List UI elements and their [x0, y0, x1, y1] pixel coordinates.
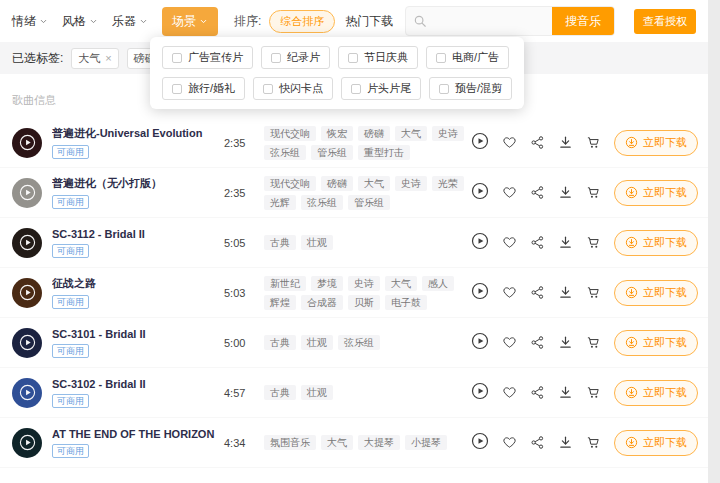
song-title[interactable]: AT THE END OF THE HORIZON	[52, 428, 224, 440]
scene-option[interactable]: 旅行/婚礼	[162, 77, 245, 100]
download-now-button[interactable]: 立即下载	[614, 180, 698, 206]
tag[interactable]: 大气	[321, 435, 353, 450]
share-icon[interactable]	[530, 135, 545, 150]
song-title[interactable]: 普遍进化（无小打版）	[52, 176, 224, 191]
download-icon[interactable]	[558, 185, 573, 200]
tag[interactable]: 管乐组	[311, 145, 353, 160]
cart-icon[interactable]	[586, 135, 601, 150]
tag[interactable]: 电子鼓	[385, 295, 427, 310]
tag[interactable]: 弦乐组	[264, 145, 306, 160]
album-art[interactable]	[12, 128, 42, 158]
download-icon[interactable]	[558, 335, 573, 350]
search-music-button[interactable]: 搜音乐	[552, 6, 614, 36]
tag[interactable]: 新世纪	[264, 276, 306, 291]
download-now-button[interactable]: 立即下载	[614, 280, 698, 306]
album-art[interactable]	[12, 278, 42, 308]
scene-option[interactable]: 节日庆典	[338, 46, 418, 69]
sort-comprehensive[interactable]: 综合排序	[269, 10, 335, 33]
checkbox-icon[interactable]	[439, 84, 449, 94]
share-icon[interactable]	[530, 385, 545, 400]
tag[interactable]: 恢宏	[321, 126, 353, 141]
close-icon[interactable]: ×	[105, 53, 111, 64]
scene-option[interactable]: 纪录片	[261, 46, 330, 69]
share-icon[interactable]	[530, 335, 545, 350]
tag[interactable]: 壮观	[301, 385, 333, 400]
scene-option[interactable]: 快闪卡点	[253, 77, 333, 100]
tag[interactable]: 壮观	[301, 235, 333, 250]
like-icon[interactable]	[502, 135, 517, 150]
download-now-button[interactable]: 立即下载	[614, 380, 698, 406]
play-button-icon[interactable]	[471, 332, 489, 354]
tag[interactable]: 现代交响	[264, 126, 316, 141]
checkbox-icon[interactable]	[271, 53, 281, 63]
sort-hot-downloads[interactable]: 热门下载	[345, 13, 393, 30]
tag[interactable]: 氛围音乐	[264, 435, 316, 450]
tag[interactable]: 弦乐组	[338, 335, 380, 350]
tag[interactable]: 现代交响	[264, 176, 316, 191]
album-art[interactable]	[12, 378, 42, 408]
play-button-icon[interactable]	[471, 182, 489, 204]
filter-style[interactable]: 风格	[62, 13, 98, 30]
filter-instrument[interactable]: 乐器	[112, 13, 148, 30]
checkbox-icon[interactable]	[263, 84, 273, 94]
share-icon[interactable]	[530, 185, 545, 200]
play-button-icon[interactable]	[471, 432, 489, 454]
song-title[interactable]: 普遍进化-Universal Evolution	[52, 126, 224, 141]
checkbox-icon[interactable]	[172, 84, 182, 94]
scene-option[interactable]: 片头片尾	[341, 77, 421, 100]
scene-option[interactable]: 预告/混剪	[429, 77, 512, 100]
like-icon[interactable]	[502, 435, 517, 450]
download-icon[interactable]	[558, 235, 573, 250]
like-icon[interactable]	[502, 235, 517, 250]
share-icon[interactable]	[530, 435, 545, 450]
cart-icon[interactable]	[586, 235, 601, 250]
view-license-button[interactable]: 查看授权	[634, 9, 696, 34]
download-now-button[interactable]: 立即下载	[614, 230, 698, 256]
play-button-icon[interactable]	[471, 132, 489, 154]
tag[interactable]: 大气	[358, 176, 390, 191]
play-button-icon[interactable]	[471, 382, 489, 404]
download-icon[interactable]	[558, 135, 573, 150]
cart-icon[interactable]	[586, 185, 601, 200]
play-button-icon[interactable]	[471, 232, 489, 254]
cart-icon[interactable]	[586, 285, 601, 300]
album-art[interactable]	[12, 328, 42, 358]
tag[interactable]: 贝斯	[348, 295, 380, 310]
like-icon[interactable]	[502, 385, 517, 400]
song-title[interactable]: SC-3102 - Bridal II	[52, 378, 224, 390]
checkbox-icon[interactable]	[348, 53, 358, 63]
tag[interactable]: 管乐组	[348, 195, 390, 210]
tag[interactable]: 小提琴	[405, 435, 447, 450]
checkbox-icon[interactable]	[436, 53, 446, 63]
album-art[interactable]	[12, 178, 42, 208]
selected-tag[interactable]: 大气 ×	[71, 48, 118, 69]
tag[interactable]: 光辉	[264, 195, 296, 210]
tag[interactable]: 梦境	[311, 276, 343, 291]
tag[interactable]: 古典	[264, 235, 296, 250]
checkbox-icon[interactable]	[172, 53, 182, 63]
tag[interactable]: 大气	[395, 126, 427, 141]
tag[interactable]: 史诗	[432, 126, 464, 141]
tag[interactable]: 辉煌	[264, 295, 296, 310]
download-now-button[interactable]: 立即下载	[614, 130, 698, 156]
tag[interactable]: 磅礴	[358, 126, 390, 141]
tag[interactable]: 感人	[422, 276, 454, 291]
album-art[interactable]	[12, 428, 42, 458]
song-title[interactable]: SC-3101 - Bridal II	[52, 328, 224, 340]
play-button-icon[interactable]	[471, 282, 489, 304]
tag[interactable]: 古典	[264, 335, 296, 350]
share-icon[interactable]	[530, 235, 545, 250]
scene-option[interactable]: 电商/广告	[426, 46, 509, 69]
like-icon[interactable]	[502, 285, 517, 300]
like-icon[interactable]	[502, 185, 517, 200]
tag[interactable]: 史诗	[348, 276, 380, 291]
song-title[interactable]: SC-3112 - Bridal II	[52, 228, 224, 240]
filter-scene[interactable]: 场景	[162, 7, 218, 36]
song-title[interactable]: 征战之路	[52, 276, 224, 291]
search-input[interactable]	[434, 7, 552, 35]
album-art[interactable]	[12, 228, 42, 258]
download-icon[interactable]	[558, 285, 573, 300]
tag[interactable]: 合成器	[301, 295, 343, 310]
cart-icon[interactable]	[586, 435, 601, 450]
download-now-button[interactable]: 立即下载	[614, 430, 698, 456]
